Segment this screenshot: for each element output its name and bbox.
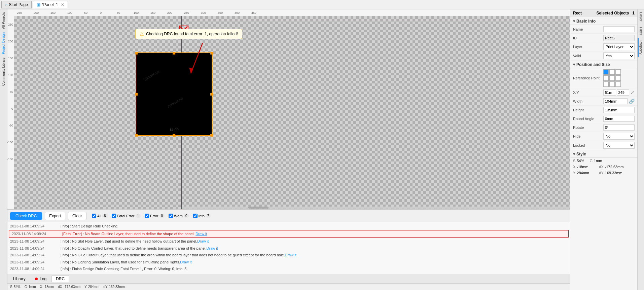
log-draw-link-3[interactable]: Draw it [197,239,209,243]
filter-all-checkbox[interactable] [92,214,96,218]
ruler-top: -250 -200 -150 -100 -50 0 50 100 150 200… [7,9,570,16]
prop-valid-label: Valid [573,54,603,58]
tab-log[interactable]: Log [31,276,51,282]
log-timestamp-6: 2023-11-08 14:09:24 [10,259,61,265]
filter-warn[interactable]: Warn 0 [169,214,189,218]
check-drc-button[interactable]: Check DRC [10,212,42,220]
style-ydy-row: Y 284mm dY 169.33mm [570,170,637,176]
log-draw-link-2[interactable]: Draw it [195,232,207,236]
handle-mr[interactable] [210,93,213,96]
panel-horizontal-line [181,21,570,21]
sidebar-item-community-library[interactable]: Community Library [1,56,6,87]
prop-hide-label: Hide [573,134,603,138]
log-draw-link-4[interactable]: Draw it [207,246,218,250]
filter-error-label: Error [150,214,158,218]
right-panel-tabs: Layer Filter Property [637,9,644,290]
prop-id-input[interactable] [603,35,635,41]
tab-layer[interactable]: Layer [638,9,644,24]
design-label: 14.09 [169,128,179,132]
scrollbar-h[interactable] [181,207,570,209]
log-timestamp-1: 2023-11-08 14:09:24 [10,223,61,229]
ref-point-bl[interactable] [603,81,609,87]
prop-x-input[interactable] [603,89,616,96]
handle-bl[interactable] [135,134,138,137]
tab-library[interactable]: Library [9,276,30,282]
selected-label: Selected Objects [597,11,629,15]
prop-height-row: Height [570,106,637,114]
prop-rotate-input[interactable] [603,124,635,131]
style-title[interactable]: Style [570,150,637,158]
ref-point-tr[interactable] [615,69,621,75]
ref-point-bc[interactable] [609,81,615,87]
filter-warn-checkbox[interactable] [169,214,173,218]
status-y-value: 284mm [88,285,99,289]
prop-height-input[interactable] [603,107,635,113]
log-draw-link-6[interactable]: Draw it [180,260,191,264]
export-button[interactable]: Export [45,212,65,220]
filter-fatal-label: Fatal Error [117,214,135,218]
handle-br[interactable] [210,134,213,137]
filter-area: All 8 Fatal Error 1 Error 0 [92,214,211,218]
handle-tl[interactable] [135,52,138,55]
ref-point-tc[interactable] [609,69,615,75]
handle-ml[interactable] [135,93,138,96]
prop-xy-row: X/Y ⤢ [570,88,637,97]
filter-fatal-checkbox[interactable] [112,214,116,218]
canvas-area[interactable]: ⚠ Checking DRC found fatal error: 1, ope… [14,16,570,209]
filter-info-checkbox[interactable] [193,214,198,218]
log-draw-link-5[interactable]: Draw it [285,253,296,257]
drc-error-popup: ⚠ Checking DRC found fatal error: 1, ope… [135,29,242,39]
prop-valid-select[interactable]: Yes No [603,52,635,59]
status-s: S 54% [10,285,21,289]
sidebar-item-project-design[interactable]: Project Design [1,31,6,56]
basic-info-title[interactable]: Basic Info [570,17,637,25]
tab-property[interactable]: Property [638,38,644,57]
tab-drc[interactable]: DRC [51,276,69,282]
filter-all-count: 8 [102,214,108,218]
prop-round-angle-input[interactable] [603,116,635,122]
prop-locked-select[interactable]: No Yes [603,142,635,149]
tab-panel-1[interactable]: ▣ *Panel_1 ✕ [33,1,68,8]
clear-button[interactable]: Clear [68,212,86,220]
ref-point-mr[interactable] [615,75,621,81]
position-size-title[interactable]: Position and Size [570,61,637,68]
filter-all-label: All [97,214,101,218]
prop-name-input[interactable] [603,26,635,32]
tab-filter[interactable]: Filter [638,24,644,38]
status-g-label: G [25,285,27,289]
filter-error[interactable]: Error 0 [145,214,165,218]
ref-point-mc[interactable] [609,75,615,81]
log-area: 2023-11-08 14:09:24 [Info] : Start Desig… [7,222,570,274]
prop-width-label: Width [573,99,603,103]
filter-info[interactable]: Info 7 [193,214,211,218]
prop-locked-label: Locked [573,143,603,147]
handle-tc[interactable] [173,52,175,55]
ruler-left: 250 200 150 100 50 0 -50 -100 -150 [7,16,14,209]
handle-bc[interactable] [173,134,175,137]
log-dot [35,278,38,280]
ref-point-br[interactable] [615,81,621,87]
log-message-1: [Info] : Start Design Rule Checking. [61,223,567,229]
style-s-label: S [573,159,575,163]
filter-fatal-error[interactable]: Fatal Error 1 [112,214,141,218]
log-timestamp-7: 2023-11-08 14:09:24 [10,266,61,272]
prop-layer-label: Layer [573,45,603,49]
ref-point-ml[interactable] [603,75,609,81]
prop-hide-select[interactable]: No Yes [603,133,635,140]
close-icon[interactable]: ✕ [61,2,64,7]
prop-layer-select[interactable]: Print Layer [603,43,635,50]
prop-id-row: ID [570,34,637,42]
sidebar-item-all-projects[interactable]: All Projects [1,11,6,30]
prop-width-input[interactable] [603,98,628,104]
filter-error-checkbox[interactable] [145,214,149,218]
ref-point-tl[interactable] [603,69,609,75]
prop-name-row: Name [570,25,637,34]
prop-y-input[interactable] [617,89,630,96]
drc-toolbar: Check DRC Export Clear All 8 Fatal Error… [7,210,570,222]
filter-info-count: 7 [206,214,211,218]
log-fatal-text: [Fatal Error] : No Board Outline Layer, … [62,232,194,236]
log-message-3: [Info] : No Slot Hole Layer, that used t… [61,239,567,244]
tab-start-page[interactable]: ⌂ Start Page [1,1,32,8]
filter-all[interactable]: All 8 [92,214,108,218]
status-dx: dX -172.63mm [58,285,81,289]
